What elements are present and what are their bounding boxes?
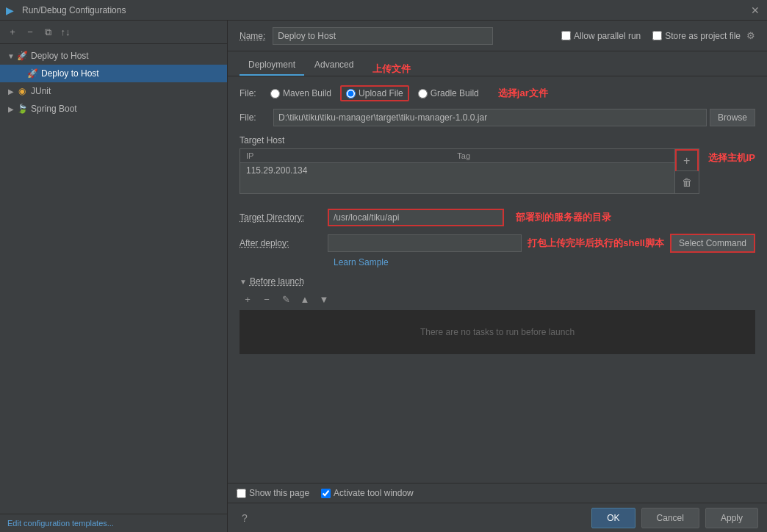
tree-item-deploy-to-host[interactable]: 🚀 Deploy to Host bbox=[0, 65, 227, 82]
after-deploy-row: After deploy: 打包上传完毕后执行的shell脚本 Select C… bbox=[240, 234, 755, 253]
store-project-checkbox[interactable] bbox=[652, 31, 662, 40]
add-host-button[interactable]: + bbox=[675, 149, 699, 171]
deploy-item-icon: 🚀 bbox=[26, 68, 38, 79]
name-label: Name: bbox=[240, 31, 265, 41]
gradle-build-label: Gradle Build bbox=[431, 88, 479, 98]
upload-file-radio[interactable] bbox=[346, 89, 356, 98]
edit-config-link[interactable]: Edit configuration templates... bbox=[0, 514, 227, 532]
ok-button[interactable]: OK bbox=[591, 508, 635, 528]
bottom-bar: Show this page Activate tool window bbox=[228, 483, 767, 503]
before-launch-header: ▼ Before launch bbox=[240, 276, 755, 287]
before-launch-remove-button[interactable]: − bbox=[259, 291, 275, 307]
right-panel: Name: Allow parallel run Store as projec… bbox=[228, 21, 767, 532]
activate-window-label: Activate tool window bbox=[334, 488, 414, 498]
after-deploy-label: After deploy: bbox=[240, 238, 328, 248]
activate-window-option: Activate tool window bbox=[321, 488, 414, 498]
ip-column-header: IP bbox=[246, 151, 457, 160]
host-tag-value bbox=[457, 165, 668, 176]
junit-group-icon: ◉ bbox=[16, 85, 28, 97]
tree-spring-label: Spring Boot bbox=[31, 104, 77, 114]
host-table: IP Tag 115.29.200.134 bbox=[240, 149, 674, 193]
before-launch-toolbar: + − ✎ ▲ ▼ bbox=[240, 291, 755, 307]
close-button[interactable]: ✕ bbox=[749, 4, 761, 16]
main-layout: + − ⧉ ↑↓ ▼ 🚀 Deploy to Host 🚀 Deploy to … bbox=[0, 21, 767, 532]
target-dir-label: Target Directory: bbox=[240, 212, 328, 223]
activate-window-checkbox[interactable] bbox=[321, 489, 331, 498]
gradle-build-option[interactable]: Gradle Build bbox=[418, 88, 479, 98]
tree-area: ▼ 🚀 Deploy to Host 🚀 Deploy to Host ▶ ◉ … bbox=[0, 44, 227, 514]
window-title: Run/Debug Configurations bbox=[22, 5, 749, 15]
tab-deployment[interactable]: Deployment bbox=[240, 55, 304, 76]
target-directory-input[interactable] bbox=[328, 209, 504, 226]
title-bar: ▶ Run/Debug Configurations ✕ bbox=[0, 0, 767, 21]
tree-group-deploy-label: Deploy to Host bbox=[31, 51, 89, 61]
maven-build-option[interactable]: Maven Build bbox=[270, 88, 331, 98]
add-config-button[interactable]: + bbox=[4, 24, 21, 40]
show-page-label: Show this page bbox=[249, 488, 309, 498]
before-launch-add-button[interactable]: + bbox=[240, 291, 256, 307]
browse-button[interactable]: Browse bbox=[710, 109, 755, 126]
target-host-label: Target Host bbox=[240, 135, 755, 145]
remove-config-button[interactable]: − bbox=[22, 24, 38, 40]
delete-host-button[interactable]: 🗑 bbox=[675, 171, 699, 193]
select-host-ip-annotation: 选择主机IP bbox=[708, 151, 755, 165]
tag-column-header: Tag bbox=[457, 151, 668, 160]
tree-group-deploy[interactable]: ▼ 🚀 Deploy to Host bbox=[0, 47, 227, 65]
tree-group-spring[interactable]: ▶ 🍃 Spring Boot bbox=[0, 100, 227, 118]
before-launch-down-button[interactable]: ▼ bbox=[316, 291, 332, 307]
select-command-button[interactable]: Select Command bbox=[670, 234, 755, 253]
file-section-label: File: bbox=[240, 88, 262, 98]
maven-build-radio[interactable] bbox=[270, 89, 280, 98]
target-dir-annotation: 部署到的服务器的目录 bbox=[516, 211, 611, 224]
tree-item-arrow bbox=[21, 68, 26, 79]
upload-file-option[interactable]: Upload File bbox=[340, 85, 409, 101]
show-page-checkbox[interactable] bbox=[237, 489, 246, 498]
after-deploy-input[interactable] bbox=[328, 234, 522, 252]
help-button[interactable]: ? bbox=[237, 510, 253, 526]
host-table-buttons: + 🗑 bbox=[674, 149, 699, 193]
before-launch-up-button[interactable]: ▲ bbox=[297, 291, 313, 307]
file-path-label: File: bbox=[240, 112, 269, 123]
tree-junit-label: JUnit bbox=[31, 86, 51, 96]
upload-files-annotation: 上传文件 bbox=[372, 62, 411, 76]
store-project-label: Store as project file bbox=[665, 31, 741, 41]
target-directory-row: Target Directory: 部署到的服务器的目录 bbox=[240, 209, 755, 226]
tree-junit-arrow: ▶ bbox=[6, 86, 16, 96]
cancel-button[interactable]: Cancel bbox=[641, 508, 699, 528]
before-launch-edit-button[interactable]: ✎ bbox=[278, 291, 294, 307]
allow-parallel-label: Allow parallel run bbox=[574, 31, 641, 41]
deploy-group-icon: 🚀 bbox=[16, 50, 28, 62]
tree-spring-arrow: ▶ bbox=[6, 104, 16, 114]
host-table-header: IP Tag bbox=[240, 149, 674, 163]
window-icon: ▶ bbox=[6, 4, 18, 16]
apply-button[interactable]: Apply bbox=[705, 508, 758, 528]
upload-file-label: Upload File bbox=[359, 88, 403, 98]
file-input-row: File: Browse bbox=[240, 109, 755, 126]
file-radio-group: Maven Build Upload File Gradle Build bbox=[270, 85, 479, 101]
after-deploy-annotation: 打包上传完毕后执行的shell脚本 bbox=[527, 237, 664, 250]
maven-build-label: Maven Build bbox=[283, 88, 331, 98]
host-row[interactable]: 115.29.200.134 bbox=[240, 163, 674, 178]
tab-advanced[interactable]: Advanced bbox=[306, 55, 362, 76]
content-area: File: Maven Build Upload File Gradle Bui… bbox=[228, 76, 767, 483]
file-path-input[interactable] bbox=[273, 109, 707, 126]
show-page-option: Show this page bbox=[237, 488, 309, 498]
gear-icon[interactable]: ⚙ bbox=[746, 30, 755, 41]
collapse-arrow-icon[interactable]: ▼ bbox=[240, 278, 247, 286]
allow-parallel-checkbox[interactable] bbox=[561, 31, 571, 40]
store-project-option: Store as project file ⚙ bbox=[652, 30, 755, 41]
tree-item-deploy-label: Deploy to Host bbox=[41, 68, 99, 79]
footer: ? OK Cancel Apply bbox=[228, 503, 767, 532]
host-table-container: IP Tag 115.29.200.134 + 🗑 bbox=[240, 148, 699, 194]
host-ip-value: 115.29.200.134 bbox=[246, 165, 457, 176]
tree-group-junit[interactable]: ▶ ◉ JUnit bbox=[0, 82, 227, 100]
learn-sample-link[interactable]: Learn Sample bbox=[334, 257, 755, 267]
config-header: Name: Allow parallel run Store as projec… bbox=[228, 21, 767, 51]
move-config-button[interactable]: ↑↓ bbox=[57, 24, 73, 40]
copy-config-button[interactable]: ⧉ bbox=[40, 24, 56, 40]
before-launch-title: Before launch bbox=[250, 276, 304, 287]
spring-group-icon: 🍃 bbox=[16, 103, 28, 115]
header-options: Allow parallel run Store as project file… bbox=[561, 30, 755, 41]
gradle-build-radio[interactable] bbox=[418, 89, 428, 98]
config-name-input[interactable] bbox=[273, 27, 493, 45]
